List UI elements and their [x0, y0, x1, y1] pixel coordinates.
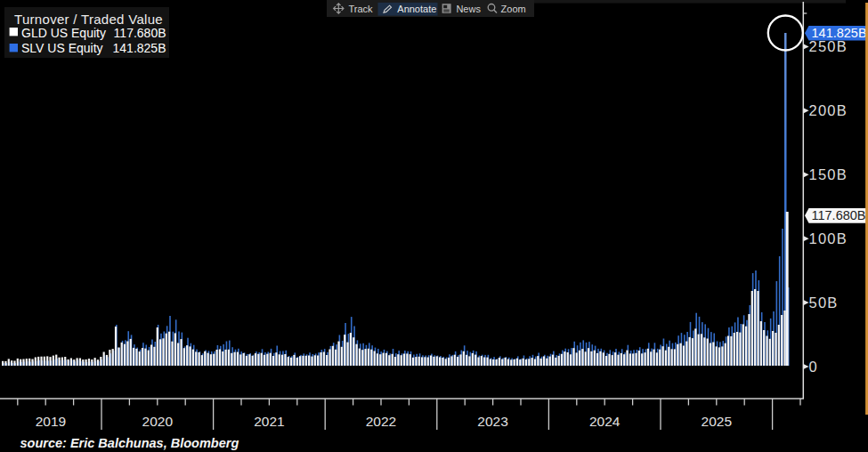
svg-text:100B: 100B: [809, 230, 848, 246]
svg-text:Track: Track: [349, 4, 374, 14]
svg-text:source: Eric Balchunas, Bloomb: source: Eric Balchunas, Bloomberg: [20, 436, 239, 450]
svg-text:150B: 150B: [809, 166, 848, 182]
svg-text:0: 0: [809, 359, 818, 375]
svg-text:2024: 2024: [589, 414, 621, 429]
svg-text:Turnover / Traded Value: Turnover / Traded Value: [14, 12, 163, 27]
svg-text:News: News: [456, 4, 481, 14]
svg-text:117.680B: 117.680B: [812, 208, 866, 222]
svg-text:2021: 2021: [254, 414, 284, 429]
svg-text:200B: 200B: [809, 102, 848, 118]
svg-text:2022: 2022: [366, 414, 396, 429]
svg-text:117.680B: 117.680B: [114, 26, 166, 40]
svg-text:2020: 2020: [142, 414, 174, 429]
svg-text:141.825B: 141.825B: [113, 41, 166, 55]
svg-text:2019: 2019: [36, 414, 66, 429]
svg-text:Zoom: Zoom: [501, 4, 526, 14]
svg-text:2025: 2025: [702, 414, 732, 429]
svg-text:Annotate: Annotate: [397, 4, 436, 14]
svg-text:50B: 50B: [809, 295, 839, 311]
svg-text:2023: 2023: [477, 414, 507, 429]
svg-text:250B: 250B: [809, 38, 848, 54]
svg-text:SLV US Equity: SLV US Equity: [21, 41, 103, 55]
svg-text:141.825B: 141.825B: [812, 26, 867, 40]
svg-text:GLD US Equity: GLD US Equity: [21, 26, 106, 40]
